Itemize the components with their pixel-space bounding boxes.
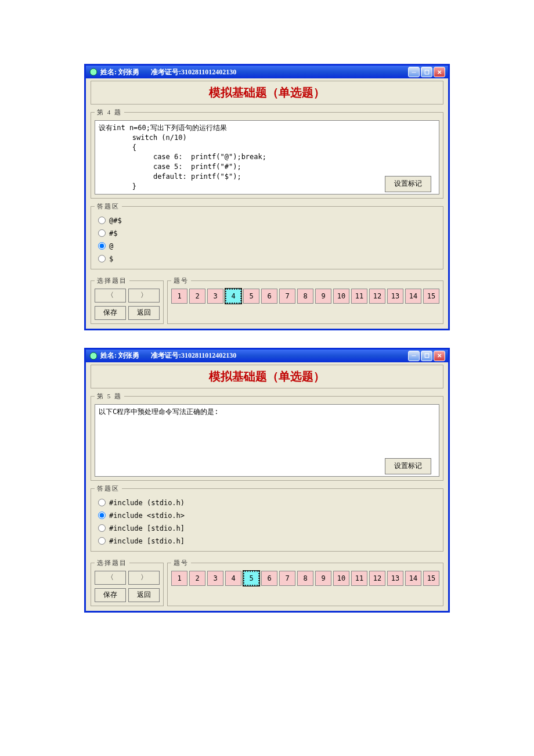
nav-fieldset: 选择题目 〈 〉 保存 返回 bbox=[91, 559, 164, 606]
question-number-button[interactable]: 3 bbox=[207, 289, 223, 304]
answer-option[interactable]: @#$ bbox=[95, 214, 439, 227]
answer-option[interactable]: #$ bbox=[95, 227, 439, 240]
option-label: @#$ bbox=[109, 217, 122, 225]
svg-point-1 bbox=[90, 352, 97, 359]
question-number-button[interactable]: 12 bbox=[369, 289, 385, 304]
radio-input[interactable] bbox=[98, 217, 106, 224]
close-button[interactable]: ✕ bbox=[434, 67, 445, 77]
svg-point-0 bbox=[90, 69, 97, 75]
answer-fieldset: 答题区 #include (stdio.h)#include <stdio.h>… bbox=[91, 484, 443, 552]
question-number-button[interactable]: 9 bbox=[315, 571, 331, 586]
question-number-button[interactable]: 7 bbox=[279, 289, 295, 304]
question-number-button[interactable]: 6 bbox=[261, 571, 277, 586]
question-number-button[interactable]: 11 bbox=[351, 289, 367, 304]
question-number-button[interactable]: 2 bbox=[189, 571, 205, 586]
question-number-button[interactable]: 7 bbox=[279, 571, 295, 586]
select-legend: 选择题目 bbox=[95, 276, 129, 285]
prev-button[interactable]: 〈 bbox=[95, 289, 126, 303]
next-button[interactable]: 〉 bbox=[128, 571, 160, 585]
question-number-button[interactable]: 10 bbox=[333, 571, 349, 586]
back-button[interactable]: 返回 bbox=[128, 588, 160, 602]
number-legend: 题号 bbox=[171, 559, 191, 567]
maximize-button[interactable]: ☐ bbox=[421, 351, 432, 361]
question-number-button[interactable]: 13 bbox=[387, 289, 403, 304]
radio-input[interactable] bbox=[98, 524, 106, 532]
answer-option[interactable]: #include (stdio.h) bbox=[95, 496, 439, 509]
minimize-button[interactable]: ─ bbox=[408, 67, 420, 77]
next-button[interactable]: 〉 bbox=[128, 289, 160, 303]
question-fieldset: 第 4 题 设有int n=60;写出下列语句的运行结果 switch (n/1… bbox=[91, 108, 443, 199]
question-number-button[interactable]: 14 bbox=[405, 289, 421, 304]
question-number-button[interactable]: 4 bbox=[225, 289, 241, 304]
option-label: #include [stdio.h] bbox=[109, 524, 185, 532]
prev-button[interactable]: 〈 bbox=[95, 571, 126, 585]
window-controls: ─ ☐ ✕ bbox=[408, 351, 445, 361]
answer-option[interactable]: #include [stdio.h] bbox=[95, 535, 439, 548]
nav-fieldset: 选择题目 〈 〉 保存 返回 bbox=[91, 276, 164, 324]
radio-input[interactable] bbox=[98, 229, 106, 237]
question-number-button[interactable]: 2 bbox=[189, 289, 205, 304]
save-button[interactable]: 保存 bbox=[95, 588, 126, 602]
option-label: $ bbox=[109, 255, 113, 263]
question-number-button[interactable]: 4 bbox=[225, 571, 241, 586]
option-label: #include (stdio.h) bbox=[109, 499, 185, 507]
question-number-button[interactable]: 11 bbox=[351, 571, 367, 586]
radio-input[interactable] bbox=[98, 512, 106, 519]
app-icon bbox=[89, 351, 98, 361]
question-fieldset: 第 5 题 以下C程序中预处理命令写法正确的是: 设置标记 bbox=[91, 392, 443, 481]
question-number-button[interactable]: 1 bbox=[171, 289, 187, 304]
question-number-button[interactable]: 14 bbox=[405, 571, 421, 586]
answer-option[interactable]: $ bbox=[95, 253, 439, 265]
close-button[interactable]: ✕ bbox=[434, 351, 445, 361]
save-button[interactable]: 保存 bbox=[95, 306, 126, 320]
question-number-button[interactable]: 5 bbox=[243, 289, 259, 304]
radio-input[interactable] bbox=[98, 242, 106, 250]
titlebar: 姓名: 刘张勇 准考证号:3102811012402130 ─ ☐ ✕ bbox=[86, 66, 448, 78]
answer-legend: 答题区 bbox=[95, 202, 122, 211]
select-legend: 选择题目 bbox=[95, 559, 129, 567]
number-legend: 题号 bbox=[171, 276, 191, 285]
number-fieldset: 题号 123456789101112131415 bbox=[167, 276, 443, 324]
titlebar-text: 姓名: 刘张勇 准考证号:3102811012402130 bbox=[100, 351, 408, 361]
answer-option[interactable]: #include <stdio.h> bbox=[95, 509, 439, 522]
maximize-button[interactable]: ☐ bbox=[421, 67, 432, 77]
content-area: 模拟基础题（单选题） 第 4 题 设有int n=60;写出下列语句的运行结果 … bbox=[86, 78, 448, 329]
option-label: #include <stdio.h> bbox=[109, 512, 185, 520]
radio-input[interactable] bbox=[98, 499, 106, 506]
option-label: @ bbox=[109, 242, 113, 250]
back-button[interactable]: 返回 bbox=[128, 306, 160, 320]
answer-legend: 答题区 bbox=[95, 484, 122, 493]
mark-button[interactable]: 设置标记 bbox=[385, 176, 431, 192]
question-number-button[interactable]: 3 bbox=[207, 571, 223, 586]
minimize-button[interactable]: ─ bbox=[408, 351, 420, 361]
mark-button[interactable]: 设置标记 bbox=[385, 458, 431, 474]
question-number-button[interactable]: 6 bbox=[261, 289, 277, 304]
question-number-button[interactable]: 12 bbox=[369, 571, 385, 586]
answer-option[interactable]: #include [stdio.h] bbox=[95, 522, 439, 535]
titlebar-text: 姓名: 刘张勇 准考证号:3102811012402130 bbox=[100, 67, 408, 77]
app-icon bbox=[89, 67, 98, 77]
option-label: #$ bbox=[109, 229, 117, 237]
question-number-button[interactable]: 13 bbox=[387, 571, 403, 586]
question-legend: 第 5 题 bbox=[95, 392, 124, 401]
question-number-button[interactable]: 10 bbox=[333, 289, 349, 304]
page-title: 模拟基础题（单选题） bbox=[91, 365, 443, 388]
question-number-button[interactable]: 15 bbox=[423, 289, 439, 304]
radio-input[interactable] bbox=[98, 255, 106, 262]
question-number-button[interactable]: 1 bbox=[171, 571, 187, 586]
window-controls: ─ ☐ ✕ bbox=[408, 67, 445, 77]
question-legend: 第 4 题 bbox=[95, 108, 124, 117]
content-area: 模拟基础题（单选题） 第 5 题 以下C程序中预处理命令写法正确的是: 设置标记… bbox=[86, 362, 448, 611]
question-number-button[interactable]: 9 bbox=[315, 289, 331, 304]
radio-input[interactable] bbox=[98, 537, 106, 545]
question-number-button[interactable]: 15 bbox=[423, 571, 439, 586]
titlebar: 姓名: 刘张勇 准考证号:3102811012402130 ─ ☐ ✕ bbox=[86, 350, 448, 362]
page-title: 模拟基础题（单选题） bbox=[91, 81, 443, 105]
question-number-button[interactable]: 5 bbox=[243, 571, 259, 586]
answer-option[interactable]: @ bbox=[95, 240, 439, 253]
option-label: #include [stdio.h] bbox=[109, 537, 185, 545]
question-number-button[interactable]: 8 bbox=[297, 571, 313, 586]
number-fieldset: 题号 123456789101112131415 bbox=[167, 559, 443, 606]
exam-window-2: www.bdocx.com 姓名: 刘张勇 准考证号:3102811012402… bbox=[84, 348, 450, 613]
question-number-button[interactable]: 8 bbox=[297, 289, 313, 304]
